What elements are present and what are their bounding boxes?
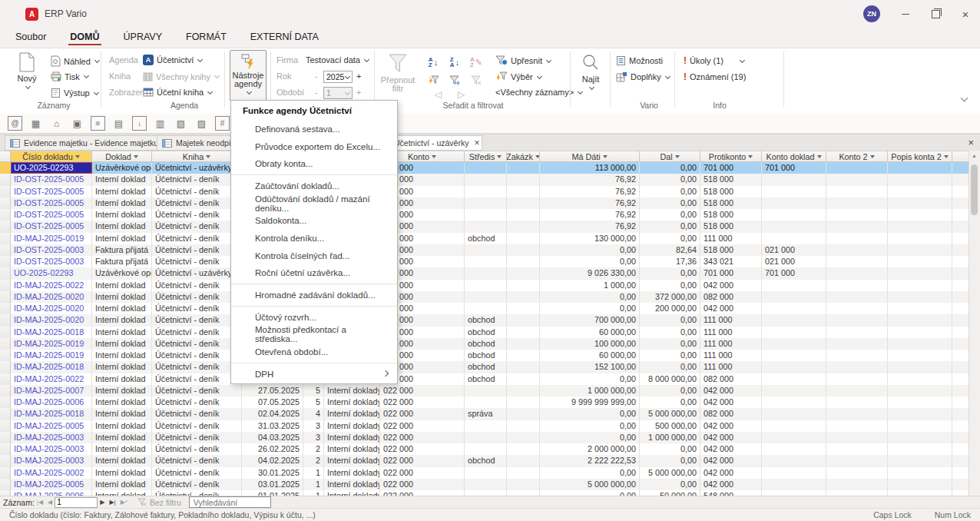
row-selector[interactable] xyxy=(0,361,11,373)
cell-zak[interactable] xyxy=(507,174,540,185)
table-row[interactable]: ID-MAJ-2025-0019Interní dokladÚčetnictví… xyxy=(0,233,969,244)
row-selector[interactable] xyxy=(0,350,11,361)
cell-dal[interactable]: 0,00 xyxy=(640,314,700,326)
sort-ascending-icon[interactable]: AZ↓ xyxy=(424,55,442,70)
cell-obdobi[interactable]: 2 xyxy=(303,443,324,455)
cell-kontod[interactable] xyxy=(762,327,826,338)
table-row[interactable]: ID-MAJ-2025-0003Interní dokladÚčetnictví… xyxy=(0,443,969,455)
cell-kniha[interactable]: Účetnictví - deník xyxy=(152,397,242,408)
cell-dal[interactable]: 8 000 000,00 xyxy=(640,373,700,385)
period-select[interactable]: 1 xyxy=(323,87,353,99)
cell-dal[interactable]: 0,00 xyxy=(640,209,700,221)
row-selector[interactable] xyxy=(0,256,11,267)
cell-stred[interactable] xyxy=(465,267,507,279)
cell-zak[interactable] xyxy=(507,162,540,174)
cell-zak[interactable] xyxy=(507,291,540,303)
cell-zak[interactable] xyxy=(507,373,540,385)
cell-kniha[interactable]: Účetnictví - deník xyxy=(152,408,242,420)
cell-protik[interactable]: 042 000 xyxy=(700,432,762,443)
find-button[interactable]: Najít xyxy=(574,53,607,91)
cell-kniha[interactable]: Účetnictví - deník xyxy=(152,256,242,267)
column-header-zak[interactable]: Zakázk xyxy=(507,151,540,162)
cell-kniha[interactable]: Účetnictví - deník xyxy=(152,197,242,209)
table-row[interactable]: ID-MAJ-2025-0018Interní dokladÚčetnictví… xyxy=(0,361,969,373)
table-row[interactable]: ID-OST-2025-0003Faktura přijatáÚčetnictv… xyxy=(0,256,969,267)
number-icon[interactable]: # xyxy=(215,116,230,131)
cell-konto2[interactable] xyxy=(826,314,888,326)
cell-doklad[interactable]: Interní doklad xyxy=(92,350,152,361)
cell-kniha[interactable]: Účetnictví - deník xyxy=(152,303,242,314)
cell-madati[interactable]: 0,00 xyxy=(540,244,640,256)
cell-doklad[interactable]: Interní doklad xyxy=(92,385,152,397)
cell-cislo[interactable]: ID-MAJ-2025-0018 xyxy=(11,408,92,420)
cell-cislo[interactable]: ID-OST-2025-0003 xyxy=(11,256,92,267)
cell-dal[interactable]: 1 000 000,00 xyxy=(640,432,700,443)
cell-kniha[interactable]: Účetnictví - uzávěrky xyxy=(152,162,242,174)
cell-konto2[interactable] xyxy=(826,397,888,408)
cell-doklad[interactable]: Interní doklad xyxy=(92,291,152,303)
cell-popis2[interactable] xyxy=(888,361,952,373)
cell-stred[interactable] xyxy=(465,244,507,256)
cell-konto[interactable]: 022 000 xyxy=(380,432,465,443)
table-row[interactable]: ID-OST-2025-0005Interní dokladÚčetnictví… xyxy=(0,186,969,197)
table-row[interactable]: ID-MAJ-2025-0006Interní dokladÚčetnictví… xyxy=(0,490,969,496)
row-selector[interactable] xyxy=(0,420,11,432)
cell-protik[interactable]: 111 000 xyxy=(700,338,762,350)
cell-stred[interactable] xyxy=(465,443,507,455)
cell-popis2[interactable] xyxy=(888,186,952,197)
row-selector[interactable] xyxy=(0,455,11,466)
cell-kniha[interactable]: Účetnictví - deník xyxy=(152,373,242,385)
row-selector[interactable] xyxy=(0,327,11,338)
cell-datum[interactable]: 04.02.2025 xyxy=(242,455,303,466)
cell-cislo[interactable]: ID-MAJ-2025-0019 xyxy=(11,338,92,350)
cell-zak[interactable] xyxy=(507,209,540,221)
cell-madati[interactable]: 0,00 xyxy=(540,432,640,443)
cell-doklad[interactable]: Interní doklad xyxy=(92,420,152,432)
last-record-button[interactable]: ▶| xyxy=(109,499,115,506)
column-header-madati[interactable]: Má Dáti xyxy=(540,151,640,162)
cell-dal[interactable]: 0,00 xyxy=(640,361,700,373)
cell-protik[interactable]: 518 000 xyxy=(700,186,762,197)
cell-stred[interactable]: obchod xyxy=(465,373,507,385)
selection-button[interactable]: Výběr xyxy=(495,71,541,82)
cell-konto2[interactable] xyxy=(826,162,888,174)
cell-kontod[interactable]: 701 000 xyxy=(762,162,826,174)
context-menu-item-1[interactable]: Průvodce exportem do Excelu... xyxy=(231,138,397,156)
cell-doklad[interactable]: Uzávěrkové ope xyxy=(92,267,152,279)
cell-madati[interactable]: 5 000 000,00 xyxy=(540,479,640,490)
bank-icon[interactable]: ▦ xyxy=(28,116,43,131)
row-selector[interactable] xyxy=(0,186,11,197)
cell-konto2[interactable] xyxy=(826,244,888,256)
cell-popis2[interactable] xyxy=(888,267,952,279)
context-menu-item-4[interactable]: Zaúčtování dokladů... xyxy=(231,178,397,195)
cell-kontod[interactable] xyxy=(762,233,826,244)
context-menu-item-11[interactable]: Hromadné zadávání dokladů... xyxy=(231,287,397,304)
column-header-kontod[interactable]: Konto doklad xyxy=(762,151,826,162)
cell-zak[interactable] xyxy=(507,490,540,496)
cell-kontod[interactable] xyxy=(762,303,826,314)
cell-madati[interactable]: 76,92 xyxy=(540,197,640,209)
cell-doklad[interactable]: Faktura přijatá xyxy=(92,256,152,267)
cell-stred[interactable] xyxy=(465,280,507,291)
table-row[interactable]: ID-OST-2025-0005Interní dokladÚčetnictví… xyxy=(0,221,969,232)
cell-madati[interactable]: 76,92 xyxy=(540,209,640,221)
cell-stred[interactable] xyxy=(465,432,507,443)
cell-zak[interactable] xyxy=(507,385,540,397)
cell-dal[interactable]: 0,00 xyxy=(640,327,700,338)
row-selector[interactable] xyxy=(0,174,11,185)
cell-konto[interactable]: 022 000 xyxy=(380,443,465,455)
export-icon[interactable]: ▤ xyxy=(111,116,126,131)
cell-knihad[interactable]: Interní doklady xyxy=(324,479,380,490)
new-record-button[interactable]: ▶* xyxy=(121,499,127,506)
cell-dal[interactable]: 82,64 xyxy=(640,244,700,256)
cell-protik[interactable]: 111 000 xyxy=(700,327,762,338)
cell-cislo[interactable]: UO-2025-02293 xyxy=(11,267,92,279)
year-select[interactable]: 2025 xyxy=(323,71,353,83)
column-dropdown-icon[interactable] xyxy=(870,155,875,158)
options-button[interactable]: Možnosti xyxy=(616,55,663,66)
cell-konto2[interactable] xyxy=(826,467,888,479)
filter-status[interactable]: Bez filtru xyxy=(137,498,181,507)
cell-popis2[interactable] xyxy=(888,233,952,244)
cell-doklad[interactable]: Interní doklad xyxy=(92,397,152,408)
cell-stred[interactable] xyxy=(465,490,507,496)
